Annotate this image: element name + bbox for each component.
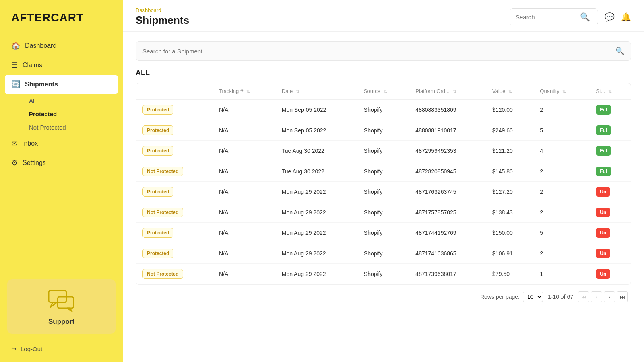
cell-platform-order: 4871744192769 [409, 223, 486, 243]
cell-date: Tue Aug 30 2022 [275, 161, 357, 182]
cell-quantity: 2 [533, 202, 589, 223]
subnav-all[interactable]: All [24, 94, 123, 107]
protection-badge: Protected [142, 146, 173, 156]
sidebar-item-settings[interactable]: ⚙ Settings [0, 153, 123, 173]
status-badge: Un [596, 249, 610, 258]
pagination-first-button[interactable]: ⏮ [578, 291, 589, 302]
notification-icon[interactable]: 🔔 [621, 12, 631, 22]
cell-status: Un [589, 202, 631, 223]
page-title: Shipments [136, 14, 189, 27]
header-left: Dashboard Shipments [136, 7, 189, 27]
sort-icon[interactable]: ⇅ [508, 89, 512, 94]
shipments-table: Tracking # ⇅ Date ⇅ Source ⇅ Platform Or… [136, 83, 631, 284]
sidebar-item-inbox[interactable]: ✉ Inbox [0, 134, 123, 153]
table-body: Protected N/A Mon Sep 05 2022 Shopify 48… [136, 99, 631, 284]
sort-icon[interactable]: ⇅ [562, 89, 566, 94]
table-row[interactable]: Not Protected N/A Mon Aug 29 2022 Shopif… [136, 264, 631, 284]
support-icon-wrapper [47, 289, 76, 313]
sidebar-item-label: Settings [23, 159, 46, 167]
rows-per-page-select[interactable]: 10 25 50 [523, 292, 543, 302]
inbox-icon: ✉ [11, 139, 17, 148]
logout-button[interactable]: ↪ Log-Out [0, 339, 123, 359]
pagination-next-button[interactable]: › [604, 291, 615, 302]
table-row[interactable]: Protected N/A Mon Aug 29 2022 Shopify 48… [136, 243, 631, 264]
cell-status: Ful [589, 99, 631, 120]
table-header: Tracking # ⇅ Date ⇅ Source ⇅ Platform Or… [136, 83, 631, 99]
table-row[interactable]: Protected N/A Mon Aug 29 2022 Shopify 48… [136, 223, 631, 243]
table-row[interactable]: Protected N/A Tue Aug 30 2022 Shopify 48… [136, 141, 631, 161]
protection-badge: Not Protected [142, 167, 183, 176]
sort-icon[interactable]: ⇅ [296, 89, 299, 94]
support-label: Support [48, 318, 74, 326]
logout-icon: ↪ [11, 345, 17, 352]
sort-icon[interactable]: ⇅ [453, 89, 456, 94]
cell-tracking: N/A [213, 99, 275, 120]
cell-quantity: 2 [533, 182, 589, 202]
protection-badge: Not Protected [142, 269, 183, 279]
status-badge: Ful [596, 105, 611, 115]
claims-icon: ☰ [11, 61, 18, 70]
app-name: AFTERCART [11, 11, 84, 24]
col-value-header[interactable]: Value ⇅ [486, 83, 533, 99]
cell-platform-order: 4871741636865 [409, 243, 486, 264]
cell-value: $138.43 [486, 202, 533, 223]
sidebar-item-claims[interactable]: ☰ Claims [0, 56, 123, 75]
cell-status: Un [589, 264, 631, 284]
shipment-search-bar[interactable]: 🔍 [136, 41, 631, 61]
table-row[interactable]: Protected N/A Mon Aug 29 2022 Shopify 48… [136, 182, 631, 202]
sidebar-item-dashboard[interactable]: 🏠 Dashboard [0, 36, 123, 56]
cell-source: Shopify [357, 223, 409, 243]
table-row[interactable]: Protected N/A Mon Sep 05 2022 Shopify 48… [136, 120, 631, 141]
header-search-input[interactable] [516, 14, 580, 21]
cell-value: $120.00 [486, 99, 533, 120]
cell-value: $145.80 [486, 161, 533, 182]
cell-tracking: N/A [213, 223, 275, 243]
sidebar-item-label: Dashboard [25, 42, 56, 49]
cell-date: Mon Sep 05 2022 [275, 120, 357, 141]
cell-protection: Not Protected [136, 202, 213, 223]
shipment-search-input[interactable] [142, 48, 615, 55]
cell-source: Shopify [357, 182, 409, 202]
cell-quantity: 5 [533, 120, 589, 141]
cell-platform-order: 4871757857025 [409, 202, 486, 223]
pagination-last-button[interactable]: ⏭ [617, 291, 628, 302]
cell-protection: Protected [136, 223, 213, 243]
col-quantity-header[interactable]: Quantity ⇅ [533, 83, 589, 99]
sort-icon[interactable]: ⇅ [246, 89, 250, 94]
sort-icon[interactable]: ⇅ [608, 89, 612, 94]
pagination-range: 1-10 of 67 [548, 294, 573, 300]
cell-tracking: N/A [213, 202, 275, 223]
support-box[interactable]: Support [7, 279, 116, 334]
status-badge: Un [596, 269, 610, 279]
cell-status: Ful [589, 120, 631, 141]
header-right: 🔍 💬 🔔 [510, 8, 631, 25]
cell-value: $121.20 [486, 141, 533, 161]
col-source-header[interactable]: Source ⇅ [357, 83, 409, 99]
sort-icon[interactable]: ⇅ [384, 89, 387, 94]
sidebar-item-label: Shipments [25, 81, 58, 88]
cell-date: Mon Aug 29 2022 [275, 264, 357, 284]
cell-source: Shopify [357, 120, 409, 141]
subnav-protected[interactable]: Protected [24, 107, 123, 121]
col-st-header[interactable]: St... ⇅ [589, 83, 631, 99]
cell-platform-order: 4880881910017 [409, 120, 486, 141]
header-search-box[interactable]: 🔍 [510, 8, 598, 25]
cell-platform-order: 4872820850945 [409, 161, 486, 182]
cell-protection: Not Protected [136, 161, 213, 182]
cell-status: Un [589, 243, 631, 264]
cell-status: Un [589, 182, 631, 202]
cell-tracking: N/A [213, 182, 275, 202]
table-row[interactable]: Not Protected N/A Mon Aug 29 2022 Shopif… [136, 202, 631, 223]
col-tracking-header[interactable]: Tracking # ⇅ [213, 83, 275, 99]
sidebar-item-shipments[interactable]: 🔄 Shipments [5, 75, 118, 94]
pagination-prev-button[interactable]: ‹ [591, 291, 602, 302]
chat-icon[interactable]: 💬 [605, 12, 615, 22]
col-platform-order-header[interactable]: Platform Ord... ⇅ [409, 83, 486, 99]
pagination: Rows per page: 10 25 50 1-10 of 67 ⏮ ‹ ›… [136, 285, 631, 304]
table-row[interactable]: Protected N/A Mon Sep 05 2022 Shopify 48… [136, 99, 631, 120]
cell-date: Tue Aug 30 2022 [275, 141, 357, 161]
header-search-icon[interactable]: 🔍 [580, 12, 590, 22]
table-row[interactable]: Not Protected N/A Tue Aug 30 2022 Shopif… [136, 161, 631, 182]
subnav-not-protected[interactable]: Not Protected [24, 121, 123, 134]
col-date-header[interactable]: Date ⇅ [275, 83, 357, 99]
